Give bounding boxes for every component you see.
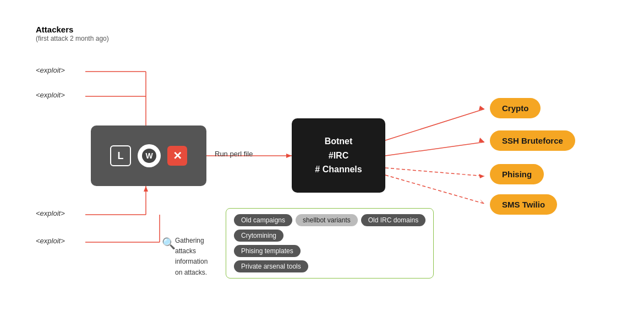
outcome-sms: SMS Twilio (490, 194, 557, 215)
attackers-title: Attackers (36, 25, 73, 34)
info-box: Old campaigns shellbot variants Old IRC … (226, 208, 434, 279)
server-box: L W ✕ (91, 125, 206, 186)
svg-line-11 (385, 109, 484, 140)
wordpress-icon: W (138, 144, 161, 167)
tag-private-arsenal: Private arsenal tools (234, 260, 308, 272)
svg-line-17 (385, 175, 484, 204)
svg-line-15 (385, 168, 484, 176)
exploit-label-1: <exploit> (36, 66, 65, 74)
tag-old-campaigns: Old campaigns (234, 214, 292, 226)
botnet-line1: Botnet (325, 134, 353, 149)
info-row-3: Phising templates (234, 245, 425, 257)
tag-cryptomining: Crytomining (234, 230, 283, 242)
svg-line-13 (385, 142, 484, 156)
run-perl-label: Run perl file (215, 150, 253, 158)
svg-marker-16 (479, 174, 484, 178)
botnet-line2: #IRC (329, 149, 348, 163)
svg-marker-14 (479, 138, 484, 142)
tag-phising-templates: Phising templates (234, 245, 301, 257)
svg-marker-18 (480, 199, 484, 204)
svg-marker-12 (479, 106, 484, 110)
tag-shellbot: shellbot variants (296, 214, 358, 226)
gathering-text: Gathering attacks information on attacks… (175, 236, 208, 278)
exploit-label-4: <exploit> (36, 237, 65, 245)
svg-text:W: W (145, 151, 153, 160)
laravel-icon: L (110, 145, 131, 166)
attackers-subtitle: (first attack 2 month ago) (36, 35, 109, 42)
exploit-label-3: <exploit> (36, 209, 65, 217)
svg-marker-10 (286, 154, 292, 158)
exploit-label-2: <exploit> (36, 91, 65, 99)
outcome-ssh: SSH Bruteforce (490, 130, 575, 151)
xmark-icon: ✕ (167, 146, 187, 166)
botnet-box: Botnet #IRC # Channels (292, 118, 385, 193)
svg-marker-6 (144, 186, 148, 192)
outcome-phising: Phising (490, 164, 544, 184)
info-row-2: Crytomining (234, 230, 425, 242)
outcome-crypto: Crypto (490, 98, 541, 118)
magnifier-icon: 🔍 (162, 237, 176, 250)
info-row-1: Old campaigns shellbot variants Old IRC … (234, 214, 425, 226)
info-row-4: Private arsenal tools (234, 260, 425, 272)
tag-irc-domains: Old IRC domains (361, 214, 425, 226)
botnet-line3: # Channels (315, 162, 362, 177)
